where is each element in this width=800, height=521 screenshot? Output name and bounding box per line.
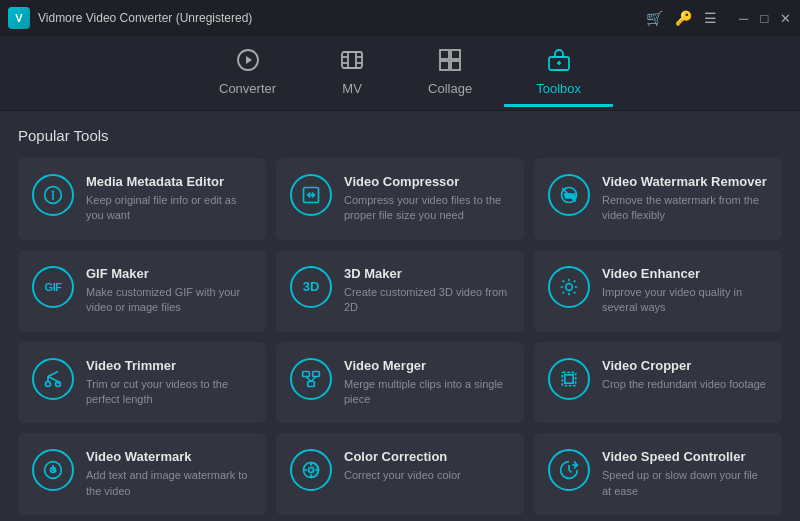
color-correction-desc: Correct your video color: [344, 468, 461, 483]
close-button[interactable]: ✕: [779, 12, 792, 25]
svg-text:WM: WM: [565, 193, 576, 199]
video-enhancer-info: Video Enhancer Improve your video qualit…: [602, 266, 768, 316]
3d-maker-icon: 3D: [290, 266, 332, 308]
window-controls: ─ □ ✕: [737, 12, 792, 25]
3d-maker-desc: Create customized 3D video from 2D: [344, 285, 510, 316]
svg-rect-27: [303, 371, 310, 376]
video-watermark-name: Video Watermark: [86, 449, 252, 464]
tab-toolbox-label: Toolbox: [536, 81, 581, 96]
video-speed-info: Video Speed Controller Speed up or slow …: [602, 449, 768, 499]
tool-media-metadata-editor[interactable]: Media Metadata Editor Keep original file…: [18, 158, 266, 240]
video-trimmer-name: Video Trimmer: [86, 358, 252, 373]
svg-marker-1: [246, 56, 252, 64]
video-speed-desc: Speed up or slow down your file at ease: [602, 468, 768, 499]
media-metadata-icon: [32, 174, 74, 216]
tools-grid: Media Metadata Editor Keep original file…: [18, 158, 782, 515]
svg-rect-29: [308, 381, 315, 386]
video-speed-icon: [548, 449, 590, 491]
tool-video-cropper[interactable]: Video Cropper Crop the redundant video f…: [534, 342, 782, 424]
collage-icon: [438, 48, 462, 76]
app-title: Vidmore Video Converter (Unregistered): [38, 11, 252, 25]
video-merger-icon: [290, 358, 332, 400]
tab-toolbox[interactable]: Toolbox: [504, 40, 613, 107]
svg-rect-28: [313, 371, 320, 376]
video-trimmer-info: Video Trimmer Trim or cut your videos to…: [86, 358, 252, 408]
app-logo: V: [8, 7, 30, 29]
tool-video-enhancer[interactable]: Video Enhancer Improve your video qualit…: [534, 250, 782, 332]
watermark-remover-name: Video Watermark Remover: [602, 174, 768, 189]
mv-icon: [340, 48, 364, 76]
watermark-remover-desc: Remove the watermark from the video flex…: [602, 193, 768, 224]
video-trimmer-desc: Trim or cut your videos to the perfect l…: [86, 377, 252, 408]
tab-mv-label: MV: [342, 81, 362, 96]
svg-rect-2: [342, 52, 362, 68]
svg-point-24: [566, 283, 573, 290]
gif-maker-desc: Make customized GIF with your video or i…: [86, 285, 252, 316]
tab-converter[interactable]: Converter: [187, 40, 308, 107]
svg-rect-10: [451, 50, 460, 59]
3d-maker-name: 3D Maker: [344, 266, 510, 281]
tool-gif-maker[interactable]: GIF GIF Maker Make customized GIF with y…: [18, 250, 266, 332]
tab-collage-label: Collage: [428, 81, 472, 96]
tool-video-speed-controller[interactable]: Video Speed Controller Speed up or slow …: [534, 433, 782, 515]
toolbox-icon: [547, 48, 571, 76]
tool-video-watermark-remover[interactable]: WM Video Watermark Remover Remove the wa…: [534, 158, 782, 240]
svg-rect-33: [565, 374, 573, 382]
media-metadata-desc: Keep original file info or edit as you w…: [86, 193, 252, 224]
video-enhancer-name: Video Enhancer: [602, 266, 768, 281]
color-correction-icon: [290, 449, 332, 491]
video-watermark-desc: Add text and image watermark to the vide…: [86, 468, 252, 499]
video-merger-desc: Merge multiple clips into a single piece: [344, 377, 510, 408]
video-merger-info: Video Merger Merge multiple clips into a…: [344, 358, 510, 408]
video-enhancer-icon: [548, 266, 590, 308]
video-compressor-desc: Compress your video files to the proper …: [344, 193, 510, 224]
menu-icon[interactable]: ☰: [704, 10, 717, 26]
svg-point-25: [46, 381, 51, 386]
section-title: Popular Tools: [18, 127, 782, 144]
tab-collage[interactable]: Collage: [396, 40, 504, 107]
video-compressor-icon: [290, 174, 332, 216]
nav-bar: Converter MV Collage: [0, 36, 800, 111]
tool-3d-maker[interactable]: 3D 3D Maker Create customized 3D video f…: [276, 250, 524, 332]
cart-icon[interactable]: 🛒: [646, 10, 663, 26]
maximize-button[interactable]: □: [758, 12, 771, 25]
converter-icon: [236, 48, 260, 76]
media-metadata-info: Media Metadata Editor Keep original file…: [86, 174, 252, 224]
video-watermark-icon: [32, 449, 74, 491]
tool-video-compressor[interactable]: Video Compressor Compress your video fil…: [276, 158, 524, 240]
tool-color-correction[interactable]: Color Correction Correct your video colo…: [276, 433, 524, 515]
main-content: Popular Tools Media Metadata Editor Keep…: [0, 111, 800, 521]
watermark-remover-info: Video Watermark Remover Remove the water…: [602, 174, 768, 224]
title-bar-left: V Vidmore Video Converter (Unregistered): [8, 7, 252, 29]
tool-video-trimmer[interactable]: Video Trimmer Trim or cut your videos to…: [18, 342, 266, 424]
minimize-button[interactable]: ─: [737, 12, 750, 25]
video-compressor-name: Video Compressor: [344, 174, 510, 189]
title-bar-right: 🛒 🔑 ☰ ─ □ ✕: [646, 10, 792, 26]
tool-video-watermark[interactable]: Video Watermark Add text and image water…: [18, 433, 266, 515]
watermark-remover-icon: WM: [548, 174, 590, 216]
video-cropper-icon: [548, 358, 590, 400]
gif-maker-info: GIF Maker Make customized GIF with your …: [86, 266, 252, 316]
svg-rect-12: [451, 61, 460, 70]
video-merger-name: Video Merger: [344, 358, 510, 373]
tool-video-merger[interactable]: Video Merger Merge multiple clips into a…: [276, 342, 524, 424]
media-metadata-name: Media Metadata Editor: [86, 174, 252, 189]
tab-converter-label: Converter: [219, 81, 276, 96]
gif-maker-name: GIF Maker: [86, 266, 252, 281]
video-cropper-desc: Crop the redundant video footage: [602, 377, 766, 392]
svg-rect-9: [440, 50, 449, 59]
title-bar: V Vidmore Video Converter (Unregistered)…: [0, 0, 800, 36]
3d-maker-info: 3D Maker Create customized 3D video from…: [344, 266, 510, 316]
key-icon[interactable]: 🔑: [675, 10, 692, 26]
video-trimmer-icon: [32, 358, 74, 400]
color-correction-name: Color Correction: [344, 449, 461, 464]
video-speed-name: Video Speed Controller: [602, 449, 768, 464]
video-cropper-info: Video Cropper Crop the redundant video f…: [602, 358, 766, 392]
gif-maker-icon: GIF: [32, 266, 74, 308]
tab-mv[interactable]: MV: [308, 40, 396, 107]
video-watermark-info: Video Watermark Add text and image water…: [86, 449, 252, 499]
video-cropper-name: Video Cropper: [602, 358, 766, 373]
svg-rect-11: [440, 61, 449, 70]
video-enhancer-desc: Improve your video quality in several wa…: [602, 285, 768, 316]
video-compressor-info: Video Compressor Compress your video fil…: [344, 174, 510, 224]
